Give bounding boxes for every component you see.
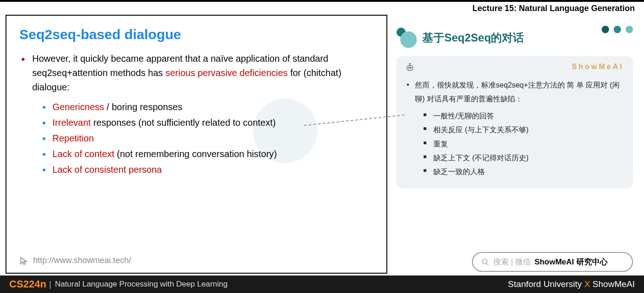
footer-university: Stanford University xyxy=(508,279,584,289)
main-container: Seq2seq-based dialogue However, it quick… xyxy=(0,13,644,275)
sub-bullet-rest: / boring responses xyxy=(104,102,182,112)
slide-sub-list: Genericness / boring responses Irrelevan… xyxy=(19,99,374,177)
search-brand: ShowMeAI 研究中心 xyxy=(535,257,608,267)
search-label: 搜索 | 微信 xyxy=(493,257,531,267)
translation-sub-item: 一般性/无聊的回答 xyxy=(423,109,623,123)
sub-bullet-rest: (not remembering conversation history) xyxy=(115,149,277,159)
translation-panel: 基于Seq2Seq的对话 ShowMeAI 然而，很快就发现，标准seq2seq… xyxy=(387,13,644,275)
footer-brand: ShowMeAI xyxy=(590,279,635,289)
translation-sub-item: 相关反应 (与上下文关系不够) xyxy=(423,123,623,137)
sub-bullet-keyword: Lack of context xyxy=(52,149,115,159)
slide-panel: Seq2seq-based dialogue However, it quick… xyxy=(6,15,387,274)
sub-bullet-rest: responses (not sufficiently related to c… xyxy=(91,117,276,128)
decorative-dots xyxy=(602,26,633,33)
course-code: CS224n xyxy=(9,278,46,290)
dot-icon xyxy=(614,26,621,33)
sub-bullet: Repetition xyxy=(42,130,374,146)
title-badge-icon xyxy=(397,28,417,48)
slide-main-bullet: However, it quickly became apparent that… xyxy=(19,52,374,94)
sub-bullet-keyword: Genericness xyxy=(52,102,104,112)
slide-footer: http://www.showmeai.tech/ xyxy=(19,256,374,265)
footer-url: http://www.showmeai.tech/ xyxy=(33,256,131,265)
dot-icon xyxy=(602,26,609,33)
svg-line-6 xyxy=(486,263,489,265)
sub-bullet: Lack of consistent persona xyxy=(42,162,374,177)
course-name: Natural Language Processing with Deep Le… xyxy=(55,280,227,289)
translation-sub-item: 缺乏上下文 (不记得对话历史) xyxy=(423,151,623,165)
svg-point-2 xyxy=(410,67,411,68)
lecture-header: Lecture 15: Natural Language Generation xyxy=(472,4,635,13)
translation-title-row: 基于Seq2Seq的对话 xyxy=(397,28,633,48)
sub-bullet: Lack of context (not remembering convers… xyxy=(42,146,374,162)
svg-point-4 xyxy=(409,63,410,64)
dot-icon xyxy=(626,26,633,33)
svg-rect-0 xyxy=(407,65,413,70)
translation-body: 然而，很快就发现，标准seq2seq+注意方法的 简 单 应用对 (闲聊) 对话… xyxy=(407,78,623,179)
search-icon xyxy=(481,258,489,266)
svg-point-1 xyxy=(408,67,409,68)
bullet-text-emphasis: serious pervasive deficiencies xyxy=(166,68,288,78)
translation-sub-list: 一般性/无聊的回答 相关反应 (与上下文关系不够) 重复 缺乏上下文 (不记得对… xyxy=(407,109,623,179)
sub-bullet: Genericness / boring responses xyxy=(42,99,374,115)
translation-card: ShowMeAI 然而，很快就发现，标准seq2seq+注意方法的 简 单 应用… xyxy=(397,56,633,188)
footer-separator: | xyxy=(49,280,52,289)
brand-label: ShowMeAI xyxy=(572,63,624,71)
translation-main-bullet: 然而，很快就发现，标准seq2seq+注意方法的 简 单 应用对 (闲聊) 对话… xyxy=(407,78,623,106)
sub-bullet-keyword: Irrelevant xyxy=(52,117,91,128)
sub-bullet-keyword: Repetition xyxy=(52,133,94,143)
footer-bar: CS224n | Natural Language Processing wit… xyxy=(0,275,644,293)
robot-icon xyxy=(405,63,415,73)
translation-sub-item: 缺乏一致的人格 xyxy=(423,165,623,179)
sub-bullet-keyword: Lack of consistent persona xyxy=(52,164,162,175)
search-box[interactable]: 搜索 | 微信 ShowMeAI 研究中心 xyxy=(472,252,633,272)
svg-point-5 xyxy=(482,259,487,264)
translation-title: 基于Seq2Seq的对话 xyxy=(422,30,524,45)
footer-x: X xyxy=(584,279,590,289)
cursor-icon xyxy=(19,256,29,265)
slide-title: Seq2seq-based dialogue xyxy=(19,27,374,42)
footer-right: Stanford University X ShowMeAI xyxy=(508,279,635,289)
top-border xyxy=(0,0,644,2)
translation-sub-item: 重复 xyxy=(423,137,623,151)
